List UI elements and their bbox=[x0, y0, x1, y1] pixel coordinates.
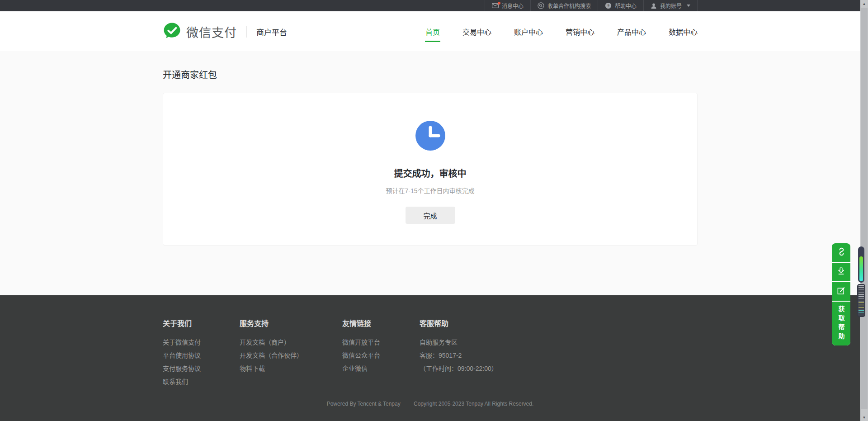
page-title: 开通商家红包 bbox=[163, 68, 698, 81]
notification-badge bbox=[498, 2, 500, 5]
miniprogram-link-icon bbox=[836, 247, 846, 258]
topbar-item-messages[interactable]: 消息中心 bbox=[485, 0, 530, 11]
footer-col-about: 关于我们 关于微信支付 平台使用协议 支付服务协议 联系我们 bbox=[163, 317, 240, 388]
copyright: Powered By Tencent & Tenpay Copyright 20… bbox=[163, 401, 698, 407]
svg-text:?: ? bbox=[607, 4, 609, 8]
edit-feedback-icon bbox=[836, 286, 846, 297]
page: 消息中心 收单合作机构搜索 ? 帮助中心 bbox=[0, 0, 860, 421]
screen: 消息中心 收单合作机构搜索 ? 帮助中心 bbox=[0, 0, 868, 421]
header-divider bbox=[246, 26, 247, 38]
footer-link-materials-download[interactable]: 物料下载 bbox=[240, 362, 342, 375]
nav-item-data-center[interactable]: 数据中心 bbox=[669, 11, 698, 52]
footer-service-phone: 客服：95017-2 bbox=[420, 349, 498, 362]
get-help-button[interactable]: 获取帮助 bbox=[832, 302, 850, 345]
topbar-item-label: 消息中心 bbox=[502, 2, 524, 9]
status-title: 提交成功，审核中 bbox=[394, 166, 467, 180]
scrollbar-thumb[interactable] bbox=[861, 8, 868, 409]
wechat-pay-logo-icon bbox=[163, 22, 181, 42]
user-icon bbox=[651, 3, 657, 9]
footer-service-hours: （工作时间：09:00-22:00） bbox=[420, 362, 498, 375]
status-description: 预计在7-15个工作日内审核完成 bbox=[386, 186, 474, 195]
vertical-scrollbar[interactable]: ▲ ▼ bbox=[860, 0, 868, 421]
main-nav: 首页 交易中心 账户中心 营销中心 产品中心 数据中心 bbox=[425, 11, 698, 52]
footer-col-title: 关于我们 bbox=[163, 317, 240, 328]
chevron-down-icon bbox=[687, 5, 690, 7]
nav-item-home[interactable]: 首页 bbox=[425, 11, 440, 52]
topbar-item-help-center[interactable]: ? 帮助中心 bbox=[598, 0, 643, 11]
done-button[interactable]: 完成 bbox=[406, 207, 455, 224]
help-circle-icon: ? bbox=[605, 2, 612, 9]
clock-icon bbox=[415, 121, 445, 151]
footer-link-contact-us[interactable]: 联系我们 bbox=[163, 375, 240, 388]
topbar-item-acquiring-partner-search[interactable]: 收单合作机构搜索 bbox=[530, 0, 598, 11]
nav-item-account-center[interactable]: 账户中心 bbox=[514, 11, 543, 52]
copyright-powered-by: Powered By Tencent & Tenpay bbox=[327, 401, 401, 407]
mail-icon bbox=[492, 3, 499, 8]
scrollbar-down-arrow[interactable]: ▼ bbox=[860, 414, 868, 421]
footer-columns: 关于我们 关于微信支付 平台使用协议 支付服务协议 联系我们 服务支持 开发文档… bbox=[163, 295, 698, 388]
footer-link-wecom[interactable]: 企业微信 bbox=[342, 362, 420, 375]
header: 微信支付 商户平台 首页 交易中心 账户中心 营销中心 产品中心 数据中心 bbox=[0, 11, 860, 52]
scrollbar-up-arrow[interactable]: ▲ bbox=[860, 0, 868, 7]
topbar-item-my-account[interactable]: 我的账号 bbox=[643, 0, 698, 11]
footer-col-title: 友情链接 bbox=[342, 317, 420, 328]
download-button[interactable] bbox=[832, 263, 850, 281]
floating-help-panel: 获取帮助 bbox=[832, 243, 850, 345]
footer-col-service: 客服帮助 自助服务专区 客服：95017-2 （工作时间：09:00-22:00… bbox=[420, 317, 498, 388]
footer-link-platform-agreement[interactable]: 平台使用协议 bbox=[163, 349, 240, 362]
footer-link-wechat-official-platform[interactable]: 微信公众平台 bbox=[342, 349, 420, 362]
topbar-item-label: 我的账号 bbox=[660, 2, 682, 9]
copyright-rights: Copyright 2005-2023 Tenpay All Rights Re… bbox=[414, 401, 533, 407]
footer-link-dev-docs-partner[interactable]: 开发文档（合作伙伴） bbox=[240, 349, 342, 362]
search-circle-icon bbox=[538, 2, 544, 9]
footer-link-payment-agreement[interactable]: 支付服务协议 bbox=[163, 362, 240, 375]
gradient-bar bbox=[859, 256, 863, 281]
topbar-item-label: 帮助中心 bbox=[615, 2, 637, 9]
topbar-item-label: 收单合作机构搜索 bbox=[547, 2, 591, 9]
status-card: 提交成功，审核中 预计在7-15个工作日内审核完成 完成 bbox=[163, 93, 698, 246]
footer-col-links: 友情链接 微信开放平台 微信公众平台 企业微信 bbox=[342, 317, 420, 388]
footer-link-self-service[interactable]: 自助服务专区 bbox=[420, 336, 498, 349]
minimap-cyan-band bbox=[859, 310, 864, 316]
footer-link-dev-docs-merchant[interactable]: 开发文档（商户） bbox=[240, 336, 342, 349]
topbar: 消息中心 收单合作机构搜索 ? 帮助中心 bbox=[0, 0, 860, 11]
nav-item-transaction-center[interactable]: 交易中心 bbox=[462, 11, 491, 52]
scrollbar-minimap-widget[interactable] bbox=[857, 284, 865, 317]
nav-item-product-center[interactable]: 产品中心 bbox=[617, 11, 646, 52]
topbar-inner: 消息中心 收单合作机构搜索 ? 帮助中心 bbox=[163, 0, 698, 11]
scrollbar-gradient-widget[interactable] bbox=[858, 246, 864, 283]
footer-col-support: 服务支持 开发文档（商户） 开发文档（合作伙伴） 物料下载 bbox=[240, 317, 342, 388]
minimap-yellow-band bbox=[859, 302, 864, 308]
download-icon bbox=[836, 266, 846, 278]
footer-link-about-wechat-pay[interactable]: 关于微信支付 bbox=[163, 336, 240, 349]
miniprogram-link-button[interactable] bbox=[832, 243, 850, 262]
footer: 关于我们 关于微信支付 平台使用协议 支付服务协议 联系我们 服务支持 开发文档… bbox=[0, 295, 860, 421]
nav-item-marketing-center[interactable]: 营销中心 bbox=[566, 11, 594, 52]
feedback-button[interactable] bbox=[832, 282, 850, 301]
main-content: 开通商家红包 提交成功，审核中 预计在7-15个工作日内审核完成 完成 bbox=[0, 52, 860, 295]
footer-col-title: 服务支持 bbox=[240, 317, 342, 328]
logo-text: 微信支付 bbox=[186, 23, 237, 41]
footer-col-title: 客服帮助 bbox=[420, 317, 498, 328]
merchant-platform-label: 商户平台 bbox=[256, 26, 287, 38]
footer-link-wechat-open-platform[interactable]: 微信开放平台 bbox=[342, 336, 420, 349]
header-inner: 微信支付 商户平台 首页 交易中心 账户中心 营销中心 产品中心 数据中心 bbox=[163, 11, 698, 52]
get-help-label: 获取帮助 bbox=[837, 306, 846, 342]
wechat-pay-logo[interactable]: 微信支付 bbox=[163, 22, 237, 42]
